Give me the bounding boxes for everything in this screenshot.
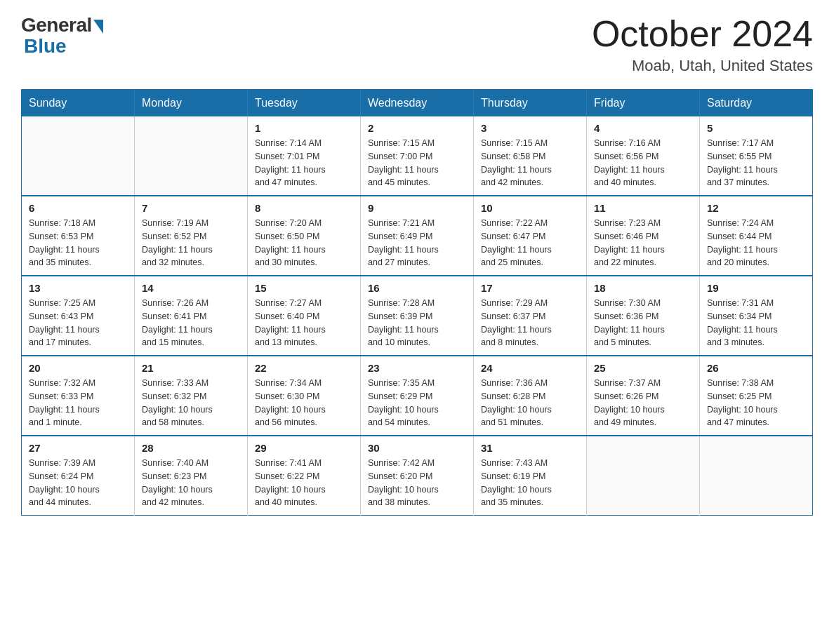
day-info: Sunrise: 7:19 AM Sunset: 6:52 PM Dayligh… xyxy=(142,217,240,269)
calendar-cell: 8Sunrise: 7:20 AM Sunset: 6:50 PM Daylig… xyxy=(248,196,361,276)
day-info: Sunrise: 7:36 AM Sunset: 6:28 PM Dayligh… xyxy=(481,377,579,429)
header-day-friday: Friday xyxy=(587,90,700,117)
title-section: October 2024 Moab, Utah, United States xyxy=(592,14,813,75)
day-info: Sunrise: 7:38 AM Sunset: 6:25 PM Dayligh… xyxy=(707,377,805,429)
week-row-5: 27Sunrise: 7:39 AM Sunset: 6:24 PM Dayli… xyxy=(22,436,813,516)
day-info: Sunrise: 7:21 AM Sunset: 6:49 PM Dayligh… xyxy=(368,217,466,269)
header-day-tuesday: Tuesday xyxy=(248,90,361,117)
day-info: Sunrise: 7:14 AM Sunset: 7:01 PM Dayligh… xyxy=(255,137,353,189)
calendar-cell: 28Sunrise: 7:40 AM Sunset: 6:23 PM Dayli… xyxy=(135,436,248,516)
day-info: Sunrise: 7:20 AM Sunset: 6:50 PM Dayligh… xyxy=(255,217,353,269)
logo-blue-text: Blue xyxy=(21,35,67,58)
calendar-header: SundayMondayTuesdayWednesdayThursdayFrid… xyxy=(22,90,813,117)
day-info: Sunrise: 7:16 AM Sunset: 6:56 PM Dayligh… xyxy=(594,137,692,189)
calendar-cell: 5Sunrise: 7:17 AM Sunset: 6:55 PM Daylig… xyxy=(700,116,813,196)
calendar-cell: 2Sunrise: 7:15 AM Sunset: 7:00 PM Daylig… xyxy=(361,116,474,196)
day-number: 10 xyxy=(481,202,579,214)
day-number: 23 xyxy=(368,362,466,374)
calendar-cell: 7Sunrise: 7:19 AM Sunset: 6:52 PM Daylig… xyxy=(135,196,248,276)
day-number: 13 xyxy=(29,282,127,294)
day-number: 26 xyxy=(707,362,805,374)
day-number: 7 xyxy=(142,202,240,214)
day-number: 5 xyxy=(707,122,805,134)
day-info: Sunrise: 7:18 AM Sunset: 6:53 PM Dayligh… xyxy=(29,217,127,269)
day-number: 29 xyxy=(255,442,353,454)
day-info: Sunrise: 7:40 AM Sunset: 6:23 PM Dayligh… xyxy=(142,457,240,509)
day-number: 30 xyxy=(368,442,466,454)
calendar-cell: 26Sunrise: 7:38 AM Sunset: 6:25 PM Dayli… xyxy=(700,356,813,436)
calendar-cell: 1Sunrise: 7:14 AM Sunset: 7:01 PM Daylig… xyxy=(248,116,361,196)
day-number: 24 xyxy=(481,362,579,374)
day-number: 15 xyxy=(255,282,353,294)
calendar-cell xyxy=(587,436,700,516)
calendar-cell xyxy=(22,116,135,196)
calendar-cell: 15Sunrise: 7:27 AM Sunset: 6:40 PM Dayli… xyxy=(248,276,361,356)
calendar-cell: 17Sunrise: 7:29 AM Sunset: 6:37 PM Dayli… xyxy=(474,276,587,356)
calendar-cell: 25Sunrise: 7:37 AM Sunset: 6:26 PM Dayli… xyxy=(587,356,700,436)
day-number: 1 xyxy=(255,122,353,134)
week-row-1: 1Sunrise: 7:14 AM Sunset: 7:01 PM Daylig… xyxy=(22,116,813,196)
month-title: October 2024 xyxy=(592,14,813,54)
day-info: Sunrise: 7:29 AM Sunset: 6:37 PM Dayligh… xyxy=(481,297,579,349)
day-info: Sunrise: 7:28 AM Sunset: 6:39 PM Dayligh… xyxy=(368,297,466,349)
day-info: Sunrise: 7:15 AM Sunset: 7:00 PM Dayligh… xyxy=(368,137,466,189)
location-text: Moab, Utah, United States xyxy=(592,57,813,75)
calendar-cell: 29Sunrise: 7:41 AM Sunset: 6:22 PM Dayli… xyxy=(248,436,361,516)
day-info: Sunrise: 7:31 AM Sunset: 6:34 PM Dayligh… xyxy=(707,297,805,349)
calendar-cell: 6Sunrise: 7:18 AM Sunset: 6:53 PM Daylig… xyxy=(22,196,135,276)
calendar-cell xyxy=(135,116,248,196)
day-info: Sunrise: 7:17 AM Sunset: 6:55 PM Dayligh… xyxy=(707,137,805,189)
header-day-thursday: Thursday xyxy=(474,90,587,117)
calendar-cell: 22Sunrise: 7:34 AM Sunset: 6:30 PM Dayli… xyxy=(248,356,361,436)
logo-arrow-icon xyxy=(93,20,103,34)
day-info: Sunrise: 7:25 AM Sunset: 6:43 PM Dayligh… xyxy=(29,297,127,349)
week-row-2: 6Sunrise: 7:18 AM Sunset: 6:53 PM Daylig… xyxy=(22,196,813,276)
calendar-cell: 9Sunrise: 7:21 AM Sunset: 6:49 PM Daylig… xyxy=(361,196,474,276)
calendar-cell: 12Sunrise: 7:24 AM Sunset: 6:44 PM Dayli… xyxy=(700,196,813,276)
week-row-3: 13Sunrise: 7:25 AM Sunset: 6:43 PM Dayli… xyxy=(22,276,813,356)
day-info: Sunrise: 7:34 AM Sunset: 6:30 PM Dayligh… xyxy=(255,377,353,429)
day-info: Sunrise: 7:22 AM Sunset: 6:47 PM Dayligh… xyxy=(481,217,579,269)
day-info: Sunrise: 7:23 AM Sunset: 6:46 PM Dayligh… xyxy=(594,217,692,269)
calendar-cell xyxy=(700,436,813,516)
day-info: Sunrise: 7:15 AM Sunset: 6:58 PM Dayligh… xyxy=(481,137,579,189)
calendar-cell: 27Sunrise: 7:39 AM Sunset: 6:24 PM Dayli… xyxy=(22,436,135,516)
day-number: 18 xyxy=(594,282,692,294)
header-day-monday: Monday xyxy=(135,90,248,117)
day-number: 6 xyxy=(29,202,127,214)
day-info: Sunrise: 7:33 AM Sunset: 6:32 PM Dayligh… xyxy=(142,377,240,429)
header-day-wednesday: Wednesday xyxy=(361,90,474,117)
header-row: SundayMondayTuesdayWednesdayThursdayFrid… xyxy=(22,90,813,117)
calendar-cell: 19Sunrise: 7:31 AM Sunset: 6:34 PM Dayli… xyxy=(700,276,813,356)
calendar-cell: 30Sunrise: 7:42 AM Sunset: 6:20 PM Dayli… xyxy=(361,436,474,516)
day-number: 16 xyxy=(368,282,466,294)
calendar-cell: 14Sunrise: 7:26 AM Sunset: 6:41 PM Dayli… xyxy=(135,276,248,356)
calendar-cell: 24Sunrise: 7:36 AM Sunset: 6:28 PM Dayli… xyxy=(474,356,587,436)
day-info: Sunrise: 7:35 AM Sunset: 6:29 PM Dayligh… xyxy=(368,377,466,429)
calendar-cell: 11Sunrise: 7:23 AM Sunset: 6:46 PM Dayli… xyxy=(587,196,700,276)
day-number: 28 xyxy=(142,442,240,454)
day-info: Sunrise: 7:39 AM Sunset: 6:24 PM Dayligh… xyxy=(29,457,127,509)
calendar-cell: 16Sunrise: 7:28 AM Sunset: 6:39 PM Dayli… xyxy=(361,276,474,356)
day-info: Sunrise: 7:30 AM Sunset: 6:36 PM Dayligh… xyxy=(594,297,692,349)
day-info: Sunrise: 7:32 AM Sunset: 6:33 PM Dayligh… xyxy=(29,377,127,429)
calendar-cell: 23Sunrise: 7:35 AM Sunset: 6:29 PM Dayli… xyxy=(361,356,474,436)
calendar-cell: 31Sunrise: 7:43 AM Sunset: 6:19 PM Dayli… xyxy=(474,436,587,516)
day-number: 22 xyxy=(255,362,353,374)
day-info: Sunrise: 7:42 AM Sunset: 6:20 PM Dayligh… xyxy=(368,457,466,509)
day-number: 4 xyxy=(594,122,692,134)
day-number: 21 xyxy=(142,362,240,374)
week-row-4: 20Sunrise: 7:32 AM Sunset: 6:33 PM Dayli… xyxy=(22,356,813,436)
day-number: 19 xyxy=(707,282,805,294)
day-number: 9 xyxy=(368,202,466,214)
calendar-body: 1Sunrise: 7:14 AM Sunset: 7:01 PM Daylig… xyxy=(22,116,813,516)
calendar-cell: 21Sunrise: 7:33 AM Sunset: 6:32 PM Dayli… xyxy=(135,356,248,436)
day-number: 27 xyxy=(29,442,127,454)
calendar-cell: 13Sunrise: 7:25 AM Sunset: 6:43 PM Dayli… xyxy=(22,276,135,356)
day-number: 20 xyxy=(29,362,127,374)
day-number: 12 xyxy=(707,202,805,214)
day-number: 14 xyxy=(142,282,240,294)
logo: General Blue xyxy=(21,14,103,58)
day-info: Sunrise: 7:24 AM Sunset: 6:44 PM Dayligh… xyxy=(707,217,805,269)
day-number: 3 xyxy=(481,122,579,134)
